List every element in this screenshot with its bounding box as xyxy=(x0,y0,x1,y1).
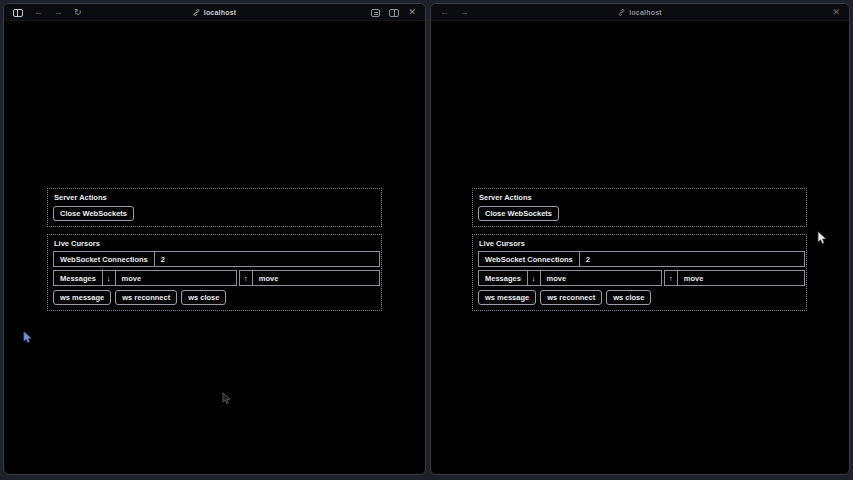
forward-icon[interactable]: → xyxy=(460,8,469,17)
ws-close-button[interactable]: ws close xyxy=(181,290,226,305)
page-content: Server Actions Close WebSockets Live Cur… xyxy=(47,188,382,311)
arrow-down-icon: ↓ xyxy=(528,271,541,285)
ws-reconnect-button[interactable]: ws reconnect xyxy=(115,290,177,305)
link-icon xyxy=(618,9,625,16)
sidebar-toggle-icon[interactable] xyxy=(13,9,23,17)
ws-buttons-row: ws message ws reconnect ws close xyxy=(53,290,376,305)
messages-label: Messages xyxy=(54,271,103,285)
close-window-icon[interactable]: ✕ xyxy=(832,8,840,17)
connections-value: 2 xyxy=(155,252,379,266)
connections-value: 2 xyxy=(580,252,804,266)
split-view-icon[interactable] xyxy=(389,9,399,17)
browser-window-right: ← → localhost ✕ Server Actions Close Web… xyxy=(430,3,850,475)
back-icon[interactable]: ← xyxy=(440,8,449,17)
live-cursors-panel: Live Cursors WebSocket Connections 2 Mes… xyxy=(47,234,382,311)
server-actions-title: Server Actions xyxy=(53,193,376,202)
connections-row: WebSocket Connections 2 xyxy=(478,251,805,267)
outgoing-message-value: move xyxy=(678,271,804,285)
browser-toolbar: ← → localhost ✕ xyxy=(431,4,849,21)
incoming-message-box: Messages ↓ move xyxy=(478,270,662,286)
close-websockets-button[interactable]: Close WebSockets xyxy=(478,206,559,221)
connections-label: WebSocket Connections xyxy=(479,252,580,266)
page-content: Server Actions Close WebSockets Live Cur… xyxy=(472,188,807,311)
server-actions-panel: Server Actions Close WebSockets xyxy=(472,188,807,227)
live-cursors-title: Live Cursors xyxy=(478,239,801,248)
server-actions-title: Server Actions xyxy=(478,193,801,202)
ws-close-button[interactable]: ws close xyxy=(606,290,651,305)
address-bar[interactable]: localhost xyxy=(618,9,662,16)
reader-icon[interactable] xyxy=(371,9,380,17)
live-cursors-title: Live Cursors xyxy=(53,239,376,248)
ws-reconnect-button[interactable]: ws reconnect xyxy=(540,290,602,305)
messages-row: Messages ↓ move ↑ move xyxy=(478,270,805,286)
arrow-up-icon: ↑ xyxy=(240,271,253,285)
close-window-icon[interactable]: ✕ xyxy=(408,8,416,17)
arrow-up-icon: ↑ xyxy=(665,271,678,285)
arrow-down-icon: ↓ xyxy=(103,271,116,285)
back-icon[interactable]: ← xyxy=(34,8,43,17)
url-text: localhost xyxy=(629,9,662,16)
ws-message-button[interactable]: ws message xyxy=(53,290,111,305)
forward-icon[interactable]: → xyxy=(54,8,63,17)
ws-buttons-row: ws message ws reconnect ws close xyxy=(478,290,801,305)
outgoing-message-box: ↑ move xyxy=(239,270,380,286)
outgoing-message-box: ↑ move xyxy=(664,270,805,286)
outgoing-message-value: move xyxy=(253,271,379,285)
close-websockets-button[interactable]: Close WebSockets xyxy=(53,206,134,221)
messages-label: Messages xyxy=(479,271,528,285)
desktop: { "colors": { "desktop_bg": "#1f2128", "… xyxy=(0,0,853,480)
server-actions-panel: Server Actions Close WebSockets xyxy=(47,188,382,227)
ws-message-button[interactable]: ws message xyxy=(478,290,536,305)
incoming-message-value: move xyxy=(116,271,236,285)
connections-row: WebSocket Connections 2 xyxy=(53,251,380,267)
browser-window-left: ← → ↻ localhost ✕ Server Actions Close W… xyxy=(3,3,426,475)
address-bar[interactable]: localhost xyxy=(193,9,237,16)
reload-icon[interactable]: ↻ xyxy=(74,8,82,17)
browser-toolbar: ← → ↻ localhost ✕ xyxy=(4,4,425,21)
link-icon xyxy=(193,9,200,16)
connections-label: WebSocket Connections xyxy=(54,252,155,266)
url-text: localhost xyxy=(204,9,237,16)
incoming-message-value: move xyxy=(541,271,661,285)
live-cursors-panel: Live Cursors WebSocket Connections 2 Mes… xyxy=(472,234,807,311)
messages-row: Messages ↓ move ↑ move xyxy=(53,270,380,286)
incoming-message-box: Messages ↓ move xyxy=(53,270,237,286)
